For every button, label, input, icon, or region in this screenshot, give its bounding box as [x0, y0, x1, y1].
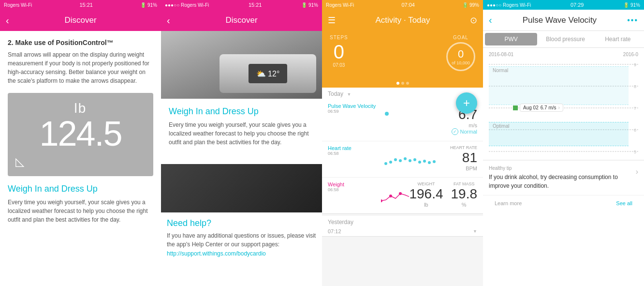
support-link[interactable]: http://support.withings.com/bodycardio [167, 250, 266, 257]
activity-stats: STEPS 0 07:03 GOAL 0 of 10,000 [330, 35, 475, 71]
yesterday-header: Yesterday [322, 216, 483, 226]
goal-circle: 0 of 10,000 [446, 42, 475, 71]
grid-label-9: 9 [634, 62, 636, 67]
optimal-label: Optimal [493, 123, 509, 129]
panel2-help-section: Need help? If you have any additional qu… [161, 212, 322, 263]
bottom-row: Learn more See all [483, 196, 644, 211]
hr-row[interactable]: Heart rate 06:58 [322, 141, 483, 177]
weight-row[interactable]: Weight 06:58 WEIGHT [322, 177, 483, 213]
weigh-dress-body-1: Every time you weigh yourself, your scal… [8, 198, 153, 224]
weight-value: 196.4 [409, 186, 443, 202]
svg-point-5 [409, 159, 411, 162]
fab-add-button[interactable]: + [456, 92, 477, 114]
menu-icon[interactable]: ☰ [328, 15, 336, 26]
tab-pwv[interactable]: PWV [485, 33, 537, 45]
pwv-chart-area: 9 8 7 6 5 Normal Optimal [489, 59, 638, 156]
hr-time: 06:58 [328, 151, 381, 156]
data-point-dot [513, 105, 518, 110]
scale-screen: ⛅ 12° [249, 64, 287, 83]
pwv-dot [385, 112, 389, 116]
back-button-2[interactable]: ‹ [167, 15, 170, 26]
svg-point-3 [399, 159, 402, 162]
svg-point-4 [404, 157, 407, 160]
check-icon: ✓ [452, 128, 458, 135]
battery-3: 🔋99% [462, 2, 479, 8]
panel2-support-image [161, 164, 322, 212]
svg-point-7 [418, 161, 421, 164]
healthy-tip-text: If you drink alcohol, try decreasing con… [489, 173, 632, 190]
svg-point-2 [394, 158, 397, 161]
goal-col: GOAL 0 of 10,000 [446, 35, 475, 71]
see-all-link[interactable]: See all [610, 197, 638, 209]
tab-heart-rate[interactable]: Heart rate [592, 31, 644, 47]
svg-point-8 [423, 160, 426, 163]
weight-reading-label: WEIGHT [409, 181, 443, 186]
carrier-2: ●●●○○ Rogers Wi-Fi [165, 2, 209, 8]
grid-label-5: 5 [634, 150, 636, 154]
steps-label: STEPS [330, 35, 348, 40]
data-point-value: 6.7 m/s [541, 105, 556, 110]
grid-line-9: 9 [489, 64, 638, 65]
scale-arrow-icon: ◺ [15, 155, 24, 168]
speed-unit: m/s [452, 122, 477, 128]
healthy-tip-content: Healthy tip If you drink alcohol, try de… [489, 166, 632, 190]
grid-line-5: 5 [489, 151, 638, 152]
battery-2: 🔋91% [301, 2, 318, 8]
panel1-content: 2. Make use of PositionControl™ Small ar… [0, 31, 161, 286]
svg-point-13 [399, 192, 402, 195]
carrier-1: Rogers Wi-Fi [4, 2, 32, 8]
time-3: 07:04 [401, 2, 415, 8]
nav-title-3: Activity · Today [375, 15, 430, 25]
star-icon[interactable]: ⊙ [470, 15, 477, 26]
weight-chart [381, 181, 409, 206]
dot-3 [406, 82, 409, 85]
svg-point-9 [428, 161, 431, 164]
weight-unit: lb [409, 202, 443, 208]
scale-device-image: ⛅ 12° [220, 54, 316, 93]
carrier-3: Rogers Wi-Fi [326, 2, 354, 8]
weight-label: Weight [328, 181, 376, 187]
grid-line-7: 7 [489, 107, 638, 108]
svg-point-0 [384, 162, 387, 165]
steps-time: 07:03 [330, 62, 348, 68]
nav-bar-3: ☰ Activity · Today ⊙ [322, 10, 483, 31]
weigh-dress-title-2: Weigh In and Dress Up [169, 106, 314, 117]
hr-value: 81 [450, 150, 477, 166]
yesterday-section: Yesterday 07:12 ▼ [322, 216, 483, 237]
panel-discover-1: Rogers Wi-Fi 15:21 🔋91% ‹ Discover 2. Ma… [0, 0, 161, 286]
activity-header: STEPS 0 07:03 GOAL 0 of 10,000 [322, 31, 483, 79]
date-start: 2016-08-01 [489, 52, 513, 57]
panel2-scale-image: ⛅ 12° [161, 31, 322, 99]
status-bar-4: ●●●○○ Rogers Wi-Fi 07:29 🔋91% [483, 0, 644, 10]
back-button-1[interactable]: ‹ [6, 15, 9, 26]
grid-label-8: 8 [634, 84, 636, 89]
chart-area: 2016-08-01 2016-0 9 8 7 6 5 [483, 48, 644, 160]
nav-title-2: Discover [225, 15, 257, 25]
panel3-scroll[interactable]: + Today ▼ Pulse Wave Velocity 06:59 SPEE… [322, 88, 483, 286]
panel-discover-2: ●●●○○ Rogers Wi-Fi 15:21 🔋91% ‹ Discover… [161, 0, 322, 286]
learn-more-link[interactable]: Learn more [489, 198, 527, 208]
tip-chevron-icon[interactable]: › [636, 167, 638, 176]
hr-chart-svg [381, 145, 450, 169]
nav-bar-1: ‹ Discover [0, 10, 161, 31]
fat-unit: % [451, 202, 478, 208]
scale-value: 124.5 [39, 116, 121, 151]
back-button-4[interactable]: ‹ [489, 15, 492, 26]
hr-readings: HEART RATE 81 BPM [450, 145, 477, 171]
tab-blood-pressure[interactable]: Blood pressure [539, 31, 591, 47]
weight-time: 06:58 [328, 187, 381, 192]
svg-point-12 [389, 195, 392, 197]
data-point-label: Aug 02 6.7 m/s › [520, 104, 563, 112]
fat-label: FAT MASS [451, 181, 478, 186]
grid-label-7: 7 [634, 106, 636, 111]
svg-point-1 [389, 161, 392, 164]
svg-point-10 [433, 160, 436, 163]
position-control-heading: 2. Make use of PositionControl™ [8, 39, 153, 46]
more-button[interactable]: ••• [627, 16, 638, 25]
steps-col: STEPS 0 07:03 [330, 35, 348, 71]
data-point-date: Aug 02 [523, 105, 539, 110]
battery-1: 🔋91% [140, 2, 157, 8]
weight-reading-main: WEIGHT 196.4 lb [409, 181, 443, 208]
weigh-dress-body-2: Every time you weigh yourself, your scal… [169, 120, 314, 147]
steps-value: 0 [330, 42, 348, 61]
